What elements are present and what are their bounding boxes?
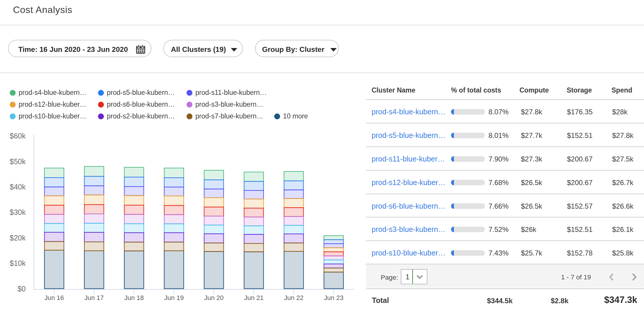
svg-text:$20k: $20k (10, 234, 26, 242)
svg-text:Jun 19: Jun 19 (164, 294, 184, 301)
svg-text:Jun 20: Jun 20 (204, 294, 224, 301)
svg-text:$10k: $10k (10, 259, 26, 267)
svg-text:$0: $0 (17, 285, 26, 293)
svg-text:$30k: $30k (10, 208, 26, 216)
svg-text:$40k: $40k (10, 183, 26, 191)
svg-text:Jun 18: Jun 18 (124, 294, 144, 301)
svg-text:Jun 17: Jun 17 (84, 294, 104, 301)
svg-text:$50k: $50k (10, 157, 26, 166)
svg-text:$60k: $60k (10, 132, 26, 140)
svg-text:Jun 16: Jun 16 (44, 294, 64, 301)
svg-text:Jun 21: Jun 21 (244, 294, 264, 301)
svg-text:Jun 22: Jun 22 (284, 294, 303, 301)
svg-text:Jun 23: Jun 23 (324, 294, 344, 301)
